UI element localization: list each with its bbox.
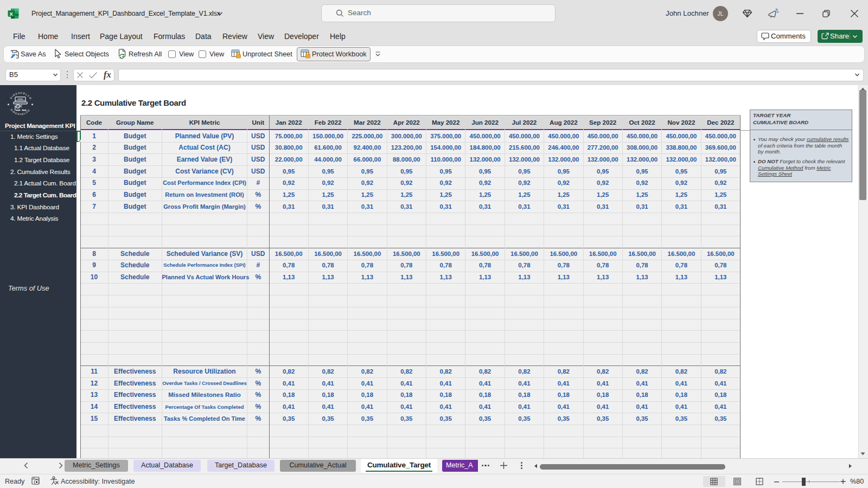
svg-text:SIREXCELCO: SIREXCELCO (10, 92, 33, 100)
svg-text:X: X (9, 11, 13, 17)
svg-text:SIREXCELCO: SIREXCELCO (10, 108, 30, 116)
